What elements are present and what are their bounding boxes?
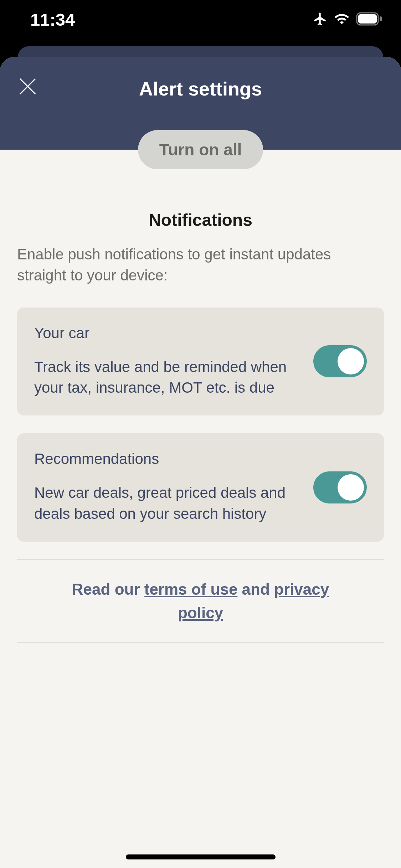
content: Notifications Enable push notifications … — [0, 150, 401, 643]
card-your-car: Your car Track its value and be reminded… — [17, 308, 384, 416]
legal-prefix: Read our — [72, 580, 144, 598]
status-time: 11:34 — [30, 10, 75, 30]
card-body: New car deals, great priced deals and de… — [34, 482, 303, 525]
svg-rect-2 — [380, 16, 382, 21]
card-body: Track its value and be reminded when you… — [34, 357, 303, 399]
section-title: Notifications — [17, 210, 384, 230]
svg-rect-1 — [358, 14, 377, 24]
card-recommendations: Recommendations New car deals, great pri… — [17, 433, 384, 542]
section-description: Enable push notifications to get instant… — [17, 244, 384, 286]
airplane-icon — [313, 11, 328, 28]
terms-of-use-link[interactable]: terms of use — [144, 580, 238, 598]
header: Alert settings Turn on all — [0, 57, 401, 150]
status-bar: 11:34 — [0, 0, 401, 46]
card-title: Recommendations — [34, 450, 303, 467]
toggle-knob — [338, 474, 364, 501]
legal-middle: and — [237, 580, 274, 598]
page-title: Alert settings — [0, 78, 401, 100]
card-title: Your car — [34, 325, 303, 342]
toggle-your-car[interactable] — [313, 345, 367, 377]
home-indicator[interactable] — [126, 854, 276, 859]
battery-icon — [356, 12, 383, 27]
card-text: Recommendations New car deals, great pri… — [34, 450, 303, 525]
divider — [17, 642, 384, 643]
divider — [17, 559, 384, 560]
status-icons — [313, 11, 383, 28]
toggle-knob — [338, 348, 364, 374]
legal-text: Read our terms of use and privacy policy — [17, 570, 384, 632]
toggle-recommendations[interactable] — [313, 471, 367, 503]
wifi-icon — [334, 11, 350, 28]
card-text: Your car Track its value and be reminded… — [34, 325, 303, 399]
main-sheet: Alert settings Turn on all Notifications… — [0, 57, 401, 868]
turn-on-all-button[interactable]: Turn on all — [138, 130, 263, 169]
